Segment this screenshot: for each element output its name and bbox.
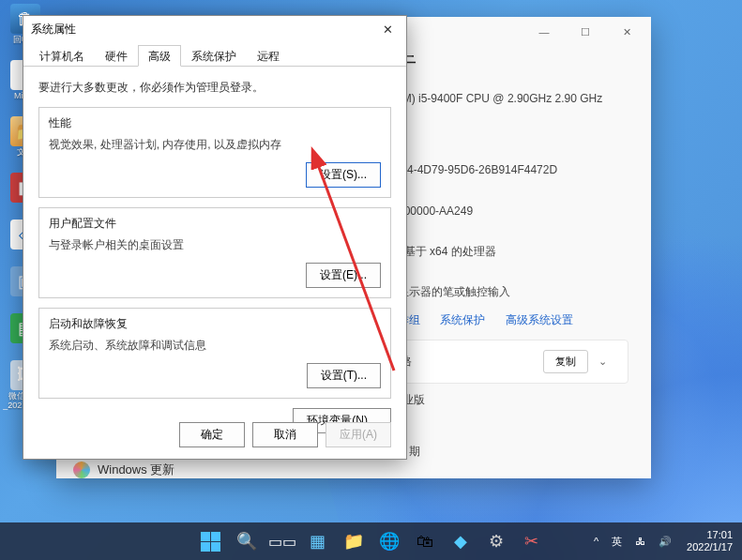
about-install-label: 安装日期 [375,443,628,461]
tab-remote[interactable]: 远程 [247,45,290,67]
settings-button[interactable]: ⚙ [479,524,513,558]
desc-user-profile: 与登录帐户相关的桌面设置 [49,237,381,253]
dialog-title: 系统属性 [31,22,76,38]
dialog-body: 要进行大多数更改，你必须作为管理员登录。 性能 视觉效果, 处理器计划, 内存使… [23,67,406,443]
about-links: 戈工作组 系统保护 高级系统设置 [375,312,628,328]
tray-chevron-icon[interactable]: ^ [590,534,602,549]
link-system-protection[interactable]: 系统保护 [440,313,485,326]
copy-button[interactable]: 复制 [543,350,588,373]
close-button[interactable]: ✕ [376,20,399,38]
about-edition: 11 专业版 [375,391,628,409]
system-properties-dialog: 系统属性 ✕ 计算机名 硬件 高级 系统保护 远程 要进行大多数更改，你必须作为… [23,15,407,460]
legend-user-profile: 用户配置文件 [49,216,381,232]
tab-hardware[interactable]: 硬件 [95,45,138,67]
about-product-id: 0000-00000-AA249 [375,203,628,220]
snip-button[interactable]: ✂ [515,524,549,558]
task-view-button[interactable]: ▭▭ [265,524,299,558]
sidebar-item-label: Windows 更新 [98,462,174,478]
legend-performance: 性能 [49,115,381,131]
about-ram: M [375,115,628,133]
about-title: 关于 [375,51,628,79]
admin-note: 要进行大多数更改，你必须作为管理员登录。 [38,80,391,96]
fieldset-startup-recovery: 启动和故障恢复 系统启动、系统故障和调试信息 设置(T)... [38,308,391,399]
explorer-button[interactable]: 📁 [337,524,371,558]
apply-button: 应用(A) [326,422,391,447]
tab-advanced[interactable]: 高级 [138,45,181,67]
desc-performance: 视觉效果, 处理器计划, 内存使用, 以及虚拟内存 [49,137,381,153]
fieldset-performance: 性能 视觉效果, 处理器计划, 内存使用, 以及虚拟内存 设置(S)... [38,107,391,198]
clock[interactable]: 17:01 2022/1/17 [681,529,733,553]
cancel-button[interactable]: 取消 [252,422,318,447]
tab-system-protection[interactable]: 系统保护 [181,45,247,67]
startup-settings-button[interactable]: 设置(T)... [307,363,381,388]
taskbar-tray: ^ 英 🖧 🔊 17:01 2022/1/17 [590,529,742,553]
edge-button[interactable]: 🌐 [372,524,406,558]
network-icon[interactable]: 🖧 [631,534,649,549]
about-spec-group[interactable]: 规格 复制 ⌄ [375,340,628,384]
dialog-footer: 确定 取消 应用(A) [23,422,406,447]
about-system-type: 系统, 基于 x64 的处理器 [375,243,628,261]
widgets-button[interactable]: ▦ [301,524,335,558]
link-advanced-settings[interactable]: 高级系统设置 [506,313,573,326]
volume-icon[interactable]: 🔊 [655,534,675,550]
taskbar: 🔍 ▭▭ ▦ 📁 🌐 🛍 ◆ ⚙ ✂ ^ 英 🖧 🔊 17:01 2022/1/… [0,522,742,560]
desc-startup: 系统启动、系统故障和调试信息 [49,338,381,354]
update-icon [73,462,90,478]
fieldset-user-profile: 用户配置文件 与登录帐户相关的桌面设置 设置(E)... [38,207,391,298]
start-button[interactable] [194,524,228,558]
chevron-down-icon[interactable]: ⌄ [591,352,614,371]
minimize-button[interactable]: — [523,19,565,45]
tabbar: 计算机名 硬件 高级 系统保护 远程 [23,44,406,67]
about-version: 21H2 [375,416,628,434]
ime-indicator[interactable]: 英 [608,535,626,549]
about-cpu: ore(TM) i5-9400F CPU @ 2.90GHz 2.90 GHz [375,90,628,108]
time: 17:01 [706,529,733,541]
performance-settings-button[interactable]: 设置(S)... [306,162,381,188]
about-device-id: 8-D9B4-4D79-95D6-26B914F4472D [375,161,628,179]
taskbar-center: 🔍 ▭▭ ▦ 📁 🌐 🛍 ◆ ⚙ ✂ [194,524,549,558]
store-button[interactable]: 🛍 [408,524,442,558]
search-button[interactable]: 🔍 [230,524,264,558]
app-button[interactable]: ◆ [444,524,477,558]
ok-button[interactable]: 确定 [179,422,245,447]
legend-startup: 启动和故障恢复 [49,316,381,332]
date: 2022/1/17 [687,541,733,553]
close-button[interactable]: ✕ [606,19,647,45]
dialog-titlebar: 系统属性 ✕ [23,16,406,42]
about-pen-touch: 于此显示器的笔或触控输入 [375,283,628,301]
sidebar-item-windows-update[interactable]: Windows 更新 [73,462,174,478]
tab-computer-name[interactable]: 计算机名 [29,45,95,67]
maximize-button[interactable]: ☐ [565,19,606,45]
profile-settings-button[interactable]: 设置(E)... [306,263,381,288]
